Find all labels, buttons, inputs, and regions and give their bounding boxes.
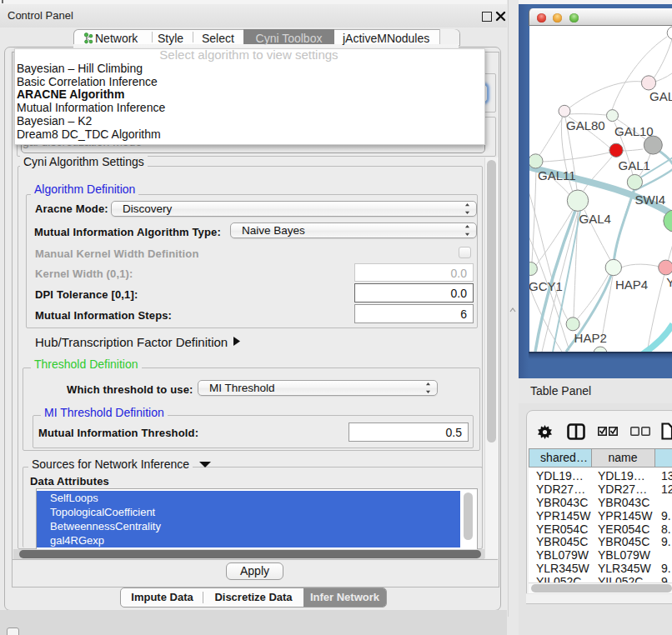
svg-text:GAL11: GAL11	[538, 168, 576, 182]
svg-text:SWI4: SWI4	[635, 192, 666, 207]
svg-text:GCY1: GCY1	[529, 279, 563, 293]
svg-text:HAP4: HAP4	[615, 278, 648, 292]
svg-text:GAL1: GAL1	[619, 158, 650, 172]
svg-text:GAL4: GAL4	[579, 212, 611, 226]
svg-text:GAL80: GAL80	[566, 118, 605, 132]
svg-text:GAL10: GAL10	[614, 124, 654, 138]
svg-text:YE: YE	[666, 275, 672, 289]
svg-text:HAP2: HAP2	[574, 331, 607, 345]
svg-text:GAL7: GAL7	[649, 89, 672, 103]
